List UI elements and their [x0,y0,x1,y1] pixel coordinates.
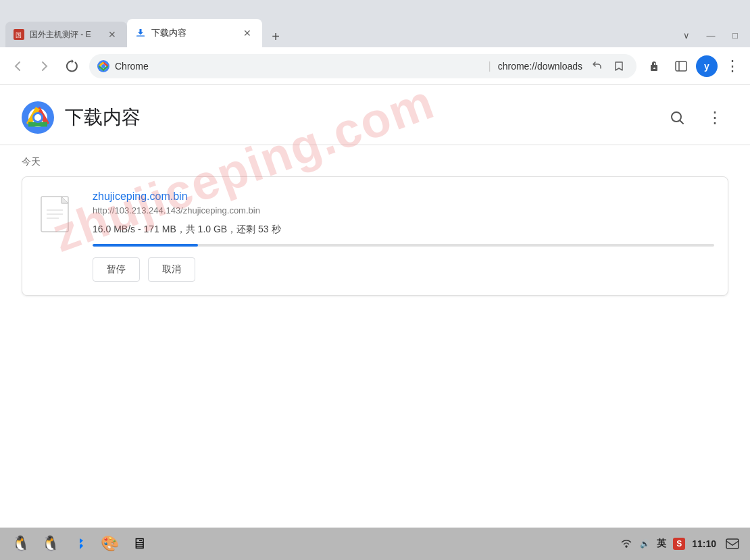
page-header: 下载内容 ⋮ [0,85,750,145]
tab-favicon-1: 国 [14,29,24,40]
nav-right-controls: y ⋮ [642,54,745,78]
tab-favicon-2 [135,28,146,39]
address-bar[interactable]: Chrome | chrome://downloads [89,54,636,78]
taskbar-right-area: 🔊 英 S 11:10 [620,534,742,553]
page-title: 下载内容 [65,105,653,130]
bookmark-icon[interactable] [609,57,628,76]
title-bar: 国 国外主机测评 - E ✕ 下载内容 ✕ + ∨ — □ [0,0,750,47]
window-controls: ∨ — □ [677,26,750,47]
taskbar-time: 11:10 [692,538,716,549]
more-menu-button[interactable]: ⋮ [701,104,728,131]
chevron-down-icon[interactable]: ∨ [677,26,696,45]
extensions-button[interactable] [642,54,666,78]
download-url: http://103.213.244.143/zhujiceping.com.b… [93,205,714,215]
taskbar-icon-bluetooth[interactable] [68,532,92,556]
taskbar-icon-qq1[interactable]: 🐧 [8,532,32,556]
svg-rect-2 [136,36,145,37]
tab-title-2: 下载内容 [151,27,235,39]
progress-bar-background [93,244,714,247]
taskbar-sogou-icon: S [673,538,685,550]
minimize-button[interactable]: — [701,26,720,45]
sidebar-button[interactable] [669,54,693,78]
download-status: 16.0 MB/s - 171 MB，共 1.0 GB，还剩 53 秒 [93,224,714,236]
address-site-name: Chrome [115,61,482,72]
pause-button[interactable]: 暂停 [93,257,140,282]
downloads-body: 今天 zhujiceping.com.bin http://103.213.24… [0,145,750,307]
nav-bar: Chrome | chrome://downloads y ⋮ [0,47,750,85]
search-button[interactable] [664,104,691,131]
tab-active-2[interactable]: 下载内容 ✕ [127,19,262,47]
taskbar-icon-display[interactable]: 🖥 [127,532,151,556]
volume-icon: 🔊 [640,539,650,549]
more-options-button[interactable]: ⋮ [720,54,745,78]
taskbar-icon-qq2[interactable]: 🐧 [38,532,62,556]
chrome-logo [22,101,54,134]
download-actions: 暂停 取消 [93,257,714,282]
section-today-label: 今天 [22,156,728,168]
tab-close-2[interactable]: ✕ [241,26,254,40]
svg-text:国: 国 [16,32,22,39]
svg-rect-18 [726,539,739,549]
cancel-button[interactable]: 取消 [148,257,195,282]
taskbar: 🐧 🐧 🎨 🖥 🔊 英 S 11:10 [0,528,750,560]
chrome-icon [97,60,109,72]
wifi-icon [620,536,633,552]
address-url: chrome://downloads [498,61,582,72]
file-icon [40,195,75,240]
maximize-button[interactable]: □ [726,26,745,45]
download-info: zhujiceping.com.bin http://103.213.244.1… [93,190,714,282]
taskbar-notification-icon[interactable] [723,534,742,553]
address-bar-icons [588,57,628,76]
share-icon[interactable] [588,57,607,76]
taskbar-icon-color[interactable]: 🎨 [97,532,122,556]
tab-title-1: 国外主机测评 - E [30,29,100,41]
forward-button[interactable] [32,54,57,78]
back-button[interactable] [5,54,30,78]
page-content: zhujiceping.com 下载内容 ⋮ 今天 [0,85,750,528]
progress-bar-fill [93,244,198,247]
file-icon-wrapper [36,190,79,245]
profile-avatar[interactable]: y [696,55,718,77]
reload-button[interactable] [59,54,84,78]
new-tab-button[interactable]: + [265,26,286,47]
svg-rect-6 [676,61,686,71]
tab-close-1[interactable]: ✕ [105,28,119,41]
taskbar-language[interactable]: 英 [657,538,666,550]
download-card: zhujiceping.com.bin http://103.213.244.1… [22,176,728,296]
tab-inactive-1[interactable]: 国 国外主机测评 - E ✕ [5,22,127,47]
svg-point-12 [34,114,41,121]
download-filename[interactable]: zhujiceping.com.bin [93,190,714,203]
